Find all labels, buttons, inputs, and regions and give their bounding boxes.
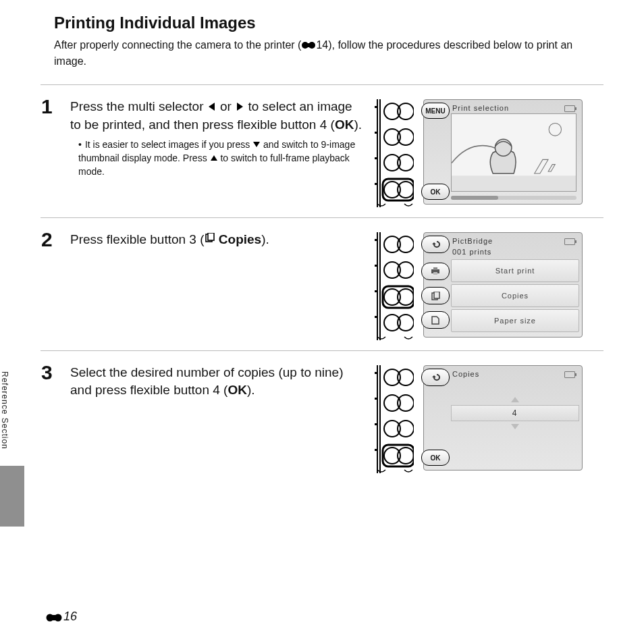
chevron-up-icon (509, 396, 521, 404)
camera-screen: PictBridge 001 prints Start print Copies… (423, 232, 583, 338)
copies-icon (431, 292, 440, 300)
svg-marker-4 (237, 103, 243, 111)
intro-ref-num: 14 (316, 39, 328, 51)
right-triangle-icon (235, 99, 244, 116)
svg-rect-32 (375, 239, 377, 241)
svg-marker-3 (209, 103, 215, 111)
svg-rect-14 (375, 132, 377, 134)
step-number: 3 (41, 360, 70, 477)
step-3-text: Select the desired number of copies (up … (70, 364, 366, 398)
svg-rect-34 (375, 290, 377, 292)
svg-rect-41 (433, 272, 437, 275)
chevron-down-icon (509, 423, 521, 431)
battery-icon (564, 371, 575, 378)
svg-rect-15 (375, 157, 377, 159)
svg-rect-43 (434, 292, 439, 298)
back-button[interactable] (421, 369, 450, 386)
link-icon (301, 39, 316, 54)
page-number: 16 (63, 610, 77, 623)
scrollbar[interactable] (451, 196, 576, 200)
svg-rect-40 (433, 267, 437, 270)
section-tab (0, 466, 24, 527)
copies-value: 4 (451, 405, 579, 421)
svg-rect-50 (375, 372, 377, 374)
link-icon (46, 612, 62, 622)
menu-button[interactable]: MENU (421, 103, 450, 119)
svg-rect-61 (50, 615, 58, 620)
svg-rect-33 (375, 265, 377, 267)
svg-marker-57 (511, 397, 519, 402)
svg-marker-5 (253, 142, 260, 147)
menu-paper-size[interactable]: Paper size (451, 309, 579, 332)
svg-rect-53 (375, 449, 377, 451)
paper-icon-button[interactable] (421, 311, 450, 329)
step-3-figure: Copies 4 OK (373, 361, 589, 476)
intro-part-a: After properly connecting the camera to … (54, 39, 301, 51)
back-arrow-icon (431, 373, 440, 382)
step-2: 2 Press flexible button 3 ( Copies). (41, 227, 603, 344)
menu-start-print[interactable]: Start print (451, 259, 579, 282)
step-3: 3 Select the desired number of copies (u… (41, 360, 603, 477)
separator (41, 350, 603, 351)
step-1: 1 Press the multi selector or to select … (41, 95, 603, 211)
svg-marker-6 (211, 155, 217, 161)
step-number: 2 (41, 227, 70, 344)
bullet-dot: • (78, 138, 82, 151)
step-2-text: Press flexible button 3 ( Copies). (70, 231, 366, 248)
svg-rect-25 (208, 233, 214, 240)
copies-layers-icon (205, 232, 215, 246)
ok-mark: OK (227, 383, 247, 397)
svg-rect-52 (375, 423, 377, 425)
svg-rect-16 (375, 183, 377, 185)
screen-subtitle: 001 prints (427, 248, 579, 257)
film-strip-icon (373, 365, 408, 473)
ok-mark: OK (335, 117, 354, 132)
up-triangle-icon (210, 153, 218, 165)
step-number: 1 (41, 95, 70, 211)
manual-page: Printing Individual Images After properl… (0, 0, 644, 644)
ok-button[interactable]: OK (421, 450, 450, 466)
svg-rect-2 (305, 43, 312, 47)
separator (41, 84, 603, 85)
print-icon-button[interactable] (421, 263, 450, 280)
camera-screen: Copies 4 OK (423, 365, 583, 471)
battery-icon (564, 105, 575, 112)
paper-icon (431, 316, 439, 325)
separator (41, 217, 603, 218)
back-arrow-icon (431, 240, 440, 249)
intro-text: After properly connecting the camera to … (54, 38, 603, 68)
step-1-figure: MENU Print selection (373, 95, 589, 210)
ok-button[interactable]: OK (421, 184, 450, 200)
copies-label: Copies (219, 232, 261, 246)
down-triangle-icon (252, 139, 261, 152)
svg-rect-35 (375, 316, 377, 318)
svg-rect-22 (452, 176, 576, 191)
film-strip-icon (373, 99, 408, 207)
film-strip-icon (373, 232, 408, 340)
side-panel: Reference Section (0, 365, 24, 533)
svg-rect-13 (375, 106, 377, 108)
svg-marker-58 (511, 424, 519, 429)
step-1-bullet: • It is easier to select images if you p… (78, 138, 366, 178)
page-footer: 16 (46, 610, 77, 624)
step-2-figure: PictBridge 001 prints Start print Copies… (373, 228, 589, 343)
camera-screen: MENU Print selection (423, 99, 583, 205)
step-1-text: Press the multi selector or to select an… (70, 98, 366, 133)
image-preview (451, 113, 576, 192)
back-button[interactable] (421, 236, 450, 253)
printer-icon (431, 267, 440, 275)
section-label: Reference Section (0, 365, 9, 466)
battery-icon (564, 238, 575, 245)
left-triangle-icon (207, 99, 217, 116)
menu-copies[interactable]: Copies (451, 284, 579, 307)
svg-rect-51 (375, 398, 377, 400)
copies-icon-button[interactable] (421, 287, 450, 304)
page-heading: Printing Individual Images (54, 14, 603, 32)
copies-spinner[interactable]: 4 (451, 396, 579, 431)
